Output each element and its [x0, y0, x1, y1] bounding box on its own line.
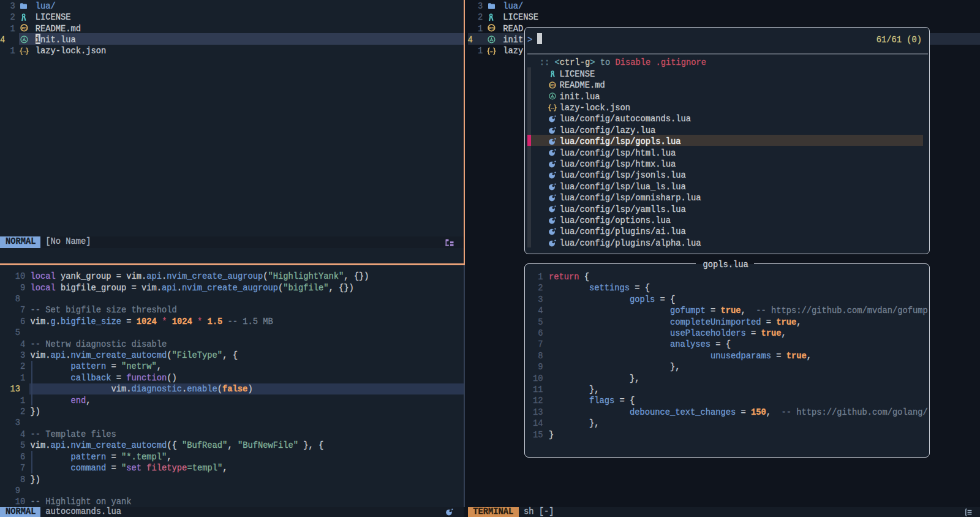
svg-text:PD: PD: [489, 26, 494, 30]
svg-text:PD: PD: [550, 83, 555, 87]
svg-text:PD: PD: [21, 26, 27, 30]
